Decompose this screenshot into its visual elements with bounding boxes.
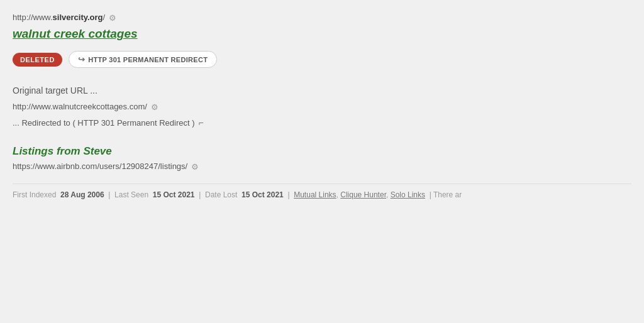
date-lost-label: Date Lost xyxy=(205,190,237,199)
target-url-gear-icon[interactable]: ⚙ xyxy=(151,102,160,111)
main-url-gear-icon[interactable]: ⚙ xyxy=(109,13,118,22)
listing-url-text: https://www.airbnb.com/users/12908247/li… xyxy=(13,162,187,171)
date-lost-value: 15 Oct 2021 xyxy=(242,190,284,199)
target-url-row: http://www.walnutcreekcottages.com/ ⚙ xyxy=(13,102,631,111)
clique-hunter-link[interactable]: Clique Hunter xyxy=(340,190,386,199)
main-url-text: http://www.silvercity.org/ xyxy=(13,13,105,22)
redirect-badge[interactable]: ↪ HTTP 301 PERMANENT REDIRECT xyxy=(69,51,217,68)
target-url-text: http://www.walnutcreekcottages.com/ xyxy=(13,102,147,111)
redirect-badge-label: HTTP 301 PERMANENT REDIRECT xyxy=(88,56,208,63)
deleted-badge: DELETED xyxy=(13,53,62,67)
original-target-label: Original target URL ... xyxy=(13,85,631,96)
footer-bar: First Indexed 28 Aug 2006 | Last Seen 15… xyxy=(13,183,631,199)
listing-url-row: https://www.airbnb.com/users/12908247/li… xyxy=(13,162,631,171)
last-seen-value: 15 Oct 2021 xyxy=(153,190,195,199)
first-indexed-label: First Indexed xyxy=(13,190,56,199)
solo-links-link[interactable]: Solo Links xyxy=(391,190,425,199)
listing-title[interactable]: Listings from Steve xyxy=(13,145,631,158)
listing-url-gear-icon[interactable]: ⚙ xyxy=(191,162,200,171)
last-seen-label: Last Seen xyxy=(114,190,148,199)
badges-row: DELETED ↪ HTTP 301 PERMANENT REDIRECT xyxy=(13,51,631,68)
main-url-domain: silvercity.org xyxy=(53,13,103,22)
first-indexed-value: 28 Aug 2006 xyxy=(60,190,104,199)
footer-trailing: | There ar xyxy=(430,190,462,199)
redirected-text: ... Redirected to ( HTTP 301 Permanent R… xyxy=(13,118,195,128)
main-url-row: http://www.silvercity.org/ ⚙ xyxy=(13,13,631,22)
main-url-suffix: / xyxy=(103,13,106,22)
mutual-links-link[interactable]: Mutual Links xyxy=(294,190,336,199)
site-title-link[interactable]: walnut creek cottages xyxy=(13,27,138,41)
redirect-corner-icon: ⌐ xyxy=(199,118,204,128)
redirected-line: ... Redirected to ( HTTP 301 Permanent R… xyxy=(13,118,631,128)
redirect-arrow-icon: ↪ xyxy=(78,55,85,64)
